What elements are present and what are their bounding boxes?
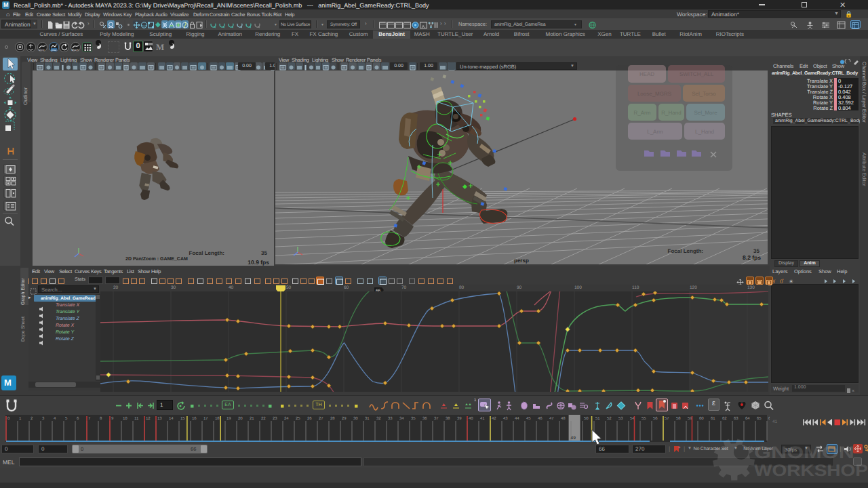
svg-text:48: 48 [561,416,566,421]
svg-text:14: 14 [169,416,174,421]
svg-text:×: × [852,389,854,394]
svg-text:23: 23 [273,416,277,421]
svg-text:35: 35 [411,416,416,421]
svg-text:43: 43 [503,416,508,421]
svg-text:11: 11 [134,416,139,421]
svg-text:37: 37 [434,416,439,421]
svg-text:50: 50 [584,416,589,421]
svg-text:39: 39 [457,416,462,421]
svg-text:+: + [678,446,681,450]
svg-text:56: 56 [653,416,658,421]
svg-text:12: 12 [146,416,151,421]
svg-text:10: 10 [123,416,127,421]
svg-text:25: 25 [296,416,300,421]
svg-text:22: 22 [261,416,266,421]
svg-text:42: 42 [492,416,496,421]
svg-text:34: 34 [399,416,404,421]
svg-text:44: 44 [515,416,519,421]
svg-text:24: 24 [284,416,289,421]
svg-text:45: 45 [526,416,531,421]
svg-text:26: 26 [307,416,312,421]
svg-text:41: 41 [480,416,485,421]
svg-text:46: 46 [538,416,542,421]
svg-text:MvwTi: MvwTi [72,49,79,52]
svg-text:L_Arm: L_Arm [647,129,663,135]
svg-text:38: 38 [446,416,450,421]
svg-text:31: 31 [365,416,370,421]
svg-text:WORKSHOP: WORKSHOP [754,462,868,480]
svg-text:L_Hand: L_Hand [695,129,714,135]
svg-text:Loose_MGRS: Loose_MGRS [637,91,671,97]
svg-text:32: 32 [376,416,381,421]
svg-text:36: 36 [422,416,427,421]
svg-text:60: 60 [699,416,704,421]
svg-text:21: 21 [250,416,254,421]
svg-text:52: 52 [607,416,612,421]
svg-text:40: 40 [469,416,473,421]
svg-text:53: 53 [618,416,623,421]
svg-text:13: 13 [157,416,162,421]
svg-text:19: 19 [226,416,231,421]
svg-text:Sel_Torso: Sel_Torso [692,91,716,97]
svg-text:51: 51 [595,416,600,421]
svg-text:55: 55 [642,416,646,421]
svg-text:28: 28 [330,416,335,421]
svg-text:27: 27 [319,416,323,421]
svg-text:33: 33 [388,416,393,421]
svg-text:HEAD: HEAD [639,71,654,77]
svg-text:pose: pose [52,49,57,52]
svg-text:Chrct: Chrct [39,49,45,52]
svg-text:47: 47 [549,416,554,421]
svg-text:15: 15 [180,416,185,421]
svg-text:30: 30 [353,416,358,421]
svg-text:57: 57 [665,416,669,421]
svg-text:SWITCH_ALL: SWITCH_ALL [679,71,714,77]
svg-text:16: 16 [192,416,197,421]
svg-text:49: 49 [571,436,576,441]
svg-text:GNOMON: GNOMON [754,443,854,462]
svg-text:17: 17 [203,416,208,421]
svg-text:58: 58 [676,416,681,421]
svg-text:R_Hand: R_Hand [661,110,681,116]
svg-text:R_Arm: R_Arm [634,110,651,116]
svg-text:18: 18 [215,416,220,421]
svg-text:Sel_More: Sel_More [694,110,717,116]
svg-text:29: 29 [342,416,347,421]
svg-text:20: 20 [238,416,243,421]
